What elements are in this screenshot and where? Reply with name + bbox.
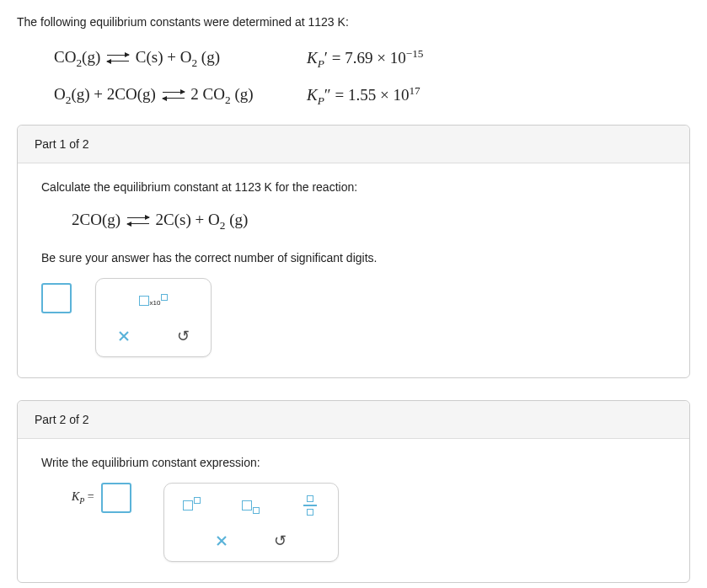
tool-palette-1: x10 ↺ bbox=[95, 278, 212, 357]
clear-button[interactable] bbox=[204, 527, 239, 554]
equilibrium-arrows-icon bbox=[127, 215, 149, 227]
sci-notation-tool[interactable]: x10 bbox=[136, 287, 171, 314]
superscript-tool[interactable] bbox=[174, 492, 210, 519]
part-1-card: Part 1 of 2 Calculate the equilibrium co… bbox=[17, 125, 690, 378]
tool-palette-2: ↺ bbox=[163, 483, 339, 562]
answer-input[interactable] bbox=[41, 283, 72, 313]
equilibrium-arrows-icon bbox=[107, 52, 129, 64]
equation-2: O2(g) + 2CO(g) 2 CO2 (g) bbox=[54, 85, 307, 107]
part-2-prompt: Write the equilibrium constant expressio… bbox=[41, 456, 666, 469]
sig-fig-note: Be sure your answer has the correct numb… bbox=[41, 251, 666, 265]
reset-button[interactable]: ↺ bbox=[263, 527, 298, 554]
given-equations: CO2(g) C(s) + O2 (g) KP′ = 7.69 × 10−15 … bbox=[17, 40, 690, 125]
equilibrium-arrows-icon bbox=[163, 89, 185, 101]
part-1-equation: 2CO(g) 2C(s) + O2 (g) bbox=[41, 207, 666, 243]
intro-text: The following equilibrium constants were… bbox=[17, 15, 690, 29]
reset-button[interactable]: ↺ bbox=[165, 323, 201, 350]
kp-2: KP″ = 1.55 × 1017 bbox=[307, 84, 690, 108]
equation-1: CO2(g) C(s) + O2 (g) bbox=[54, 48, 307, 70]
fraction-tool[interactable] bbox=[292, 492, 328, 519]
kp-expression: KP = bbox=[41, 483, 131, 513]
part-1-header: Part 1 of 2 bbox=[18, 126, 689, 163]
subscript-tool[interactable] bbox=[233, 492, 269, 519]
kp-1: KP′ = 7.69 × 10−15 bbox=[307, 47, 690, 71]
part-2-header: Part 2 of 2 bbox=[18, 401, 689, 439]
clear-button[interactable] bbox=[106, 323, 142, 350]
expression-input[interactable] bbox=[101, 483, 131, 513]
part-1-prompt: Calculate the equilibrium constant at 11… bbox=[41, 180, 666, 194]
part-2-card: Part 2 of 2 Write the equilibrium consta… bbox=[17, 400, 690, 583]
